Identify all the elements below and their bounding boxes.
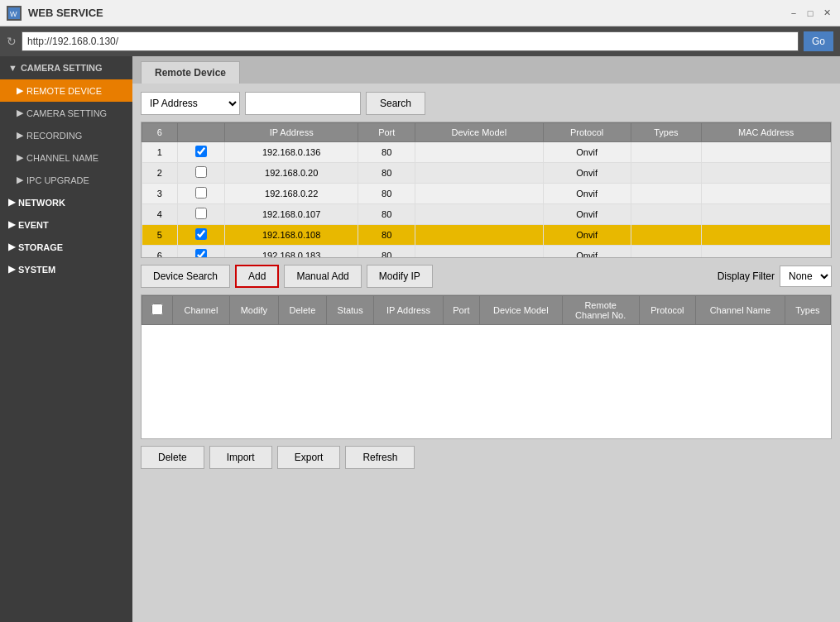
row-checkbox[interactable]: [177, 142, 224, 163]
col-checkbox: [177, 123, 224, 142]
row-protocol: Onvif: [543, 184, 631, 204]
col-ip: IP Address: [224, 123, 358, 142]
row-mac: [702, 142, 831, 163]
row-types: [631, 184, 702, 204]
restore-button[interactable]: □: [804, 7, 817, 20]
ch-col-modify: Modify: [229, 296, 278, 325]
row-checkbox[interactable]: [177, 184, 224, 204]
display-filter-select[interactable]: None All: [780, 266, 832, 287]
table-row[interactable]: 3 192.168.0.22 80 Onvif: [142, 184, 831, 204]
sidebar-arrow-icon: ▶: [17, 175, 23, 185]
refresh-button[interactable]: Refresh: [345, 446, 415, 469]
minimize-button[interactable]: −: [787, 7, 800, 20]
sidebar-item-system[interactable]: ▶ SYSTEM: [0, 258, 132, 280]
ch-col-protocol: Protocol: [639, 296, 695, 325]
sidebar-item-channel-name[interactable]: ▶ CHANNEL NAME: [0, 146, 132, 169]
export-button[interactable]: Export: [277, 446, 341, 469]
ch-col-checkbox: [142, 296, 173, 325]
row-ip: 192.168.0.20: [224, 163, 358, 184]
sidebar-arrow-icon: ▶: [17, 85, 23, 96]
col-model: Device Model: [415, 123, 544, 142]
sidebar-arrow-icon: ▼: [8, 63, 17, 73]
ch-col-model: Device Model: [480, 296, 563, 325]
filter-row: IP Address Device Model Protocol Search: [141, 92, 832, 115]
sidebar-item-network[interactable]: ▶ NETWORK: [0, 191, 132, 213]
sidebar-arrow-icon: ▶: [8, 242, 15, 252]
col-num: 6: [142, 123, 178, 142]
import-button[interactable]: Import: [209, 446, 272, 469]
sidebar-item-ipc-upgrade[interactable]: ▶ IPC UPGRADE: [0, 169, 132, 191]
table-row[interactable]: 5 192.168.0.108 80 Onvif: [142, 225, 831, 246]
row-ip: 192.168.0.108: [224, 225, 358, 246]
channel-table: Channel Modify Delete Status IP Address …: [142, 295, 831, 325]
row-ip: 192.168.0.22: [224, 184, 358, 204]
sidebar-item-recording[interactable]: ▶ RECORDING: [0, 124, 132, 146]
app-icon: W: [7, 6, 22, 21]
row-model: [415, 142, 544, 163]
row-protocol: Onvif: [543, 163, 631, 184]
row-port: 80: [358, 163, 415, 184]
address-bar: ↻ Go: [0, 26, 840, 56]
row-mac: [702, 225, 831, 246]
display-filter-label: Display Filter: [718, 270, 775, 282]
sidebar: ▼ CAMERA SETTING ▶ REMOTE DEVICE ▶ CAMER…: [0, 56, 132, 622]
refresh-icon[interactable]: ↻: [7, 35, 17, 48]
filter-select[interactable]: IP Address Device Model Protocol: [141, 92, 240, 115]
row-num: 5: [142, 225, 178, 246]
row-port: 80: [358, 225, 415, 246]
row-checkbox[interactable]: [177, 163, 224, 184]
device-search-button[interactable]: Device Search: [141, 265, 230, 288]
col-types: Types: [631, 123, 702, 142]
channel-table-container: Channel Modify Delete Status IP Address …: [141, 294, 832, 439]
sidebar-item-storage[interactable]: ▶ STORAGE: [0, 236, 132, 258]
window-controls: − □ ✕: [787, 7, 833, 20]
url-input[interactable]: [22, 31, 799, 51]
bottom-row: Delete Import Export Refresh: [141, 446, 832, 469]
col-protocol: Protocol: [543, 123, 631, 142]
tab-header: Remote Device: [132, 56, 840, 84]
search-button[interactable]: Search: [366, 92, 425, 115]
delete-button[interactable]: Delete: [141, 446, 204, 469]
sidebar-item-remote-device[interactable]: ▶ REMOTE DEVICE: [0, 79, 132, 102]
row-port: 80: [358, 246, 415, 259]
ch-col-status: Status: [326, 296, 373, 325]
row-protocol: Onvif: [543, 142, 631, 163]
table-row[interactable]: 1 192.168.0.136 80 Onvif: [142, 142, 831, 163]
row-mac: [702, 246, 831, 259]
row-ip: 192.168.0.183: [224, 246, 358, 259]
table-row[interactable]: 4 192.168.0.107 80 Onvif: [142, 204, 831, 225]
col-port: Port: [358, 123, 415, 142]
sidebar-item-camera-setting[interactable]: ▶ CAMERA SETTING: [0, 102, 132, 124]
row-model: [415, 225, 544, 246]
tab-remote-device[interactable]: Remote Device: [141, 61, 240, 84]
device-table-container: 6 IP Address Port Device Model Protocol …: [141, 122, 832, 258]
filter-input[interactable]: [245, 92, 361, 115]
close-button[interactable]: ✕: [820, 7, 833, 20]
row-checkbox[interactable]: [177, 246, 224, 259]
row-types: [631, 163, 702, 184]
sidebar-item-event[interactable]: ▶ EVENT: [0, 213, 132, 236]
row-num: 2: [142, 163, 178, 184]
sidebar-arrow-icon: ▶: [8, 219, 15, 230]
row-checkbox[interactable]: [177, 204, 224, 225]
row-types: [631, 204, 702, 225]
row-port: 80: [358, 184, 415, 204]
row-num: 6: [142, 246, 178, 259]
ch-col-name: Channel Name: [696, 296, 785, 325]
add-button[interactable]: Add: [235, 265, 279, 288]
go-button[interactable]: Go: [804, 31, 833, 51]
col-mac: MAC Address: [702, 123, 831, 142]
row-checkbox[interactable]: [177, 225, 224, 246]
row-model: [415, 204, 544, 225]
sidebar-arrow-icon: ▶: [17, 130, 23, 141]
display-filter: Display Filter None All: [718, 266, 832, 287]
channel-select-all[interactable]: [151, 304, 163, 315]
row-mac: [702, 163, 831, 184]
manual-add-button[interactable]: Manual Add: [284, 265, 361, 288]
sidebar-arrow-icon: ▶: [17, 152, 23, 163]
table-row[interactable]: 6 192.168.0.183 80 Onvif: [142, 246, 831, 259]
device-table: 6 IP Address Port Device Model Protocol …: [142, 122, 831, 258]
modify-ip-button[interactable]: Modify IP: [367, 265, 433, 288]
table-row[interactable]: 2 192.168.0.20 80 Onvif: [142, 163, 831, 184]
title-bar: W WEB SERVICE − □ ✕: [0, 0, 840, 26]
